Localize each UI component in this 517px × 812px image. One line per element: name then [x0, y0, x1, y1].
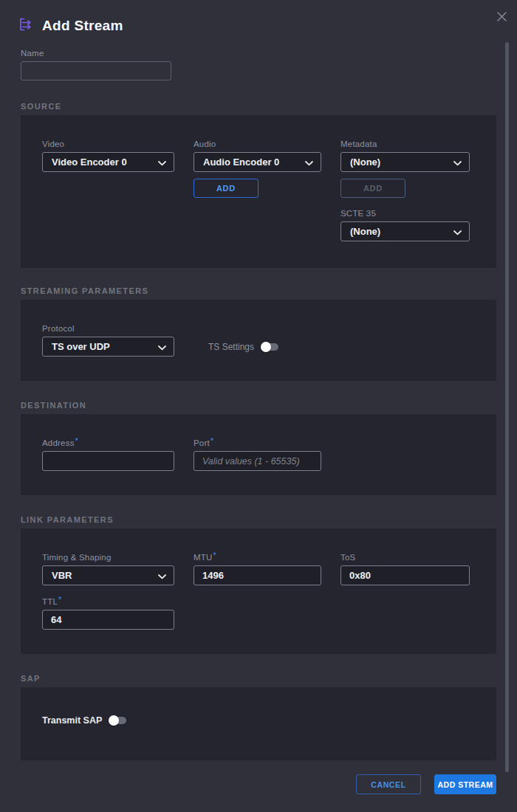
scte35-label: SCTE 35	[340, 209, 470, 219]
protocol-label: Protocol	[42, 324, 174, 334]
port-label: Port	[194, 438, 210, 447]
video-select-value: Video Encoder 0	[52, 156, 127, 168]
scte35-field-group: SCTE 35 (None)	[340, 209, 470, 241]
protocol-field-group: Protocol TS over UDP	[42, 324, 174, 357]
audio-label: Audio	[194, 140, 321, 149]
address-field-group: Address*	[42, 438, 174, 471]
chevron-down-icon	[453, 156, 462, 169]
dialog-title: Add Stream	[42, 18, 123, 34]
sap-heading: SAP	[21, 673, 496, 684]
chevron-down-icon	[158, 569, 166, 582]
port-input[interactable]	[194, 451, 321, 471]
add-metadata-button-disabled[interactable]: ADD	[340, 179, 405, 198]
scte35-select-value: (None)	[350, 226, 380, 237]
chevron-down-icon	[158, 340, 166, 354]
chevron-down-icon	[305, 156, 313, 169]
name-field-group: Name	[21, 49, 171, 80]
protocol-select[interactable]: TS over UDP	[42, 337, 174, 357]
ttl-field-group: TTL*	[42, 597, 174, 630]
metadata-label: Metadata	[340, 140, 470, 149]
port-field-group: Port*	[194, 438, 321, 471]
transmit-sap-toggle[interactable]	[109, 717, 126, 724]
tos-label: ToS	[340, 553, 470, 562]
timing-shaping-field-group: Timing & Shaping VBR	[42, 553, 174, 585]
metadata-field-group: Metadata (None)	[340, 140, 470, 172]
address-input[interactable]	[42, 451, 174, 471]
link-parameters-heading: LINK PARAMETERS	[21, 515, 496, 525]
ts-settings-toggle[interactable]	[261, 343, 278, 351]
required-asterisk: *	[75, 436, 78, 445]
timing-shaping-select[interactable]: VBR	[42, 565, 174, 585]
ttl-input[interactable]	[42, 610, 174, 630]
audio-select-value: Audio Encoder 0	[203, 156, 279, 168]
chevron-down-icon	[453, 225, 462, 238]
address-label: Address	[42, 438, 75, 447]
transmit-sap-label: Transmit SAP	[42, 715, 102, 726]
streaming-parameters-heading: STREAMING PARAMETERS	[21, 286, 496, 296]
video-select[interactable]: Video Encoder 0	[42, 152, 174, 172]
mtu-field-group: MTU*	[194, 553, 321, 585]
add-stream-button[interactable]: ADD STREAM	[434, 774, 496, 794]
link-parameters-panel: Timing & Shaping VBR MTU* ToS TTL	[21, 529, 496, 654]
required-asterisk: *	[210, 436, 213, 445]
name-label: Name	[21, 49, 171, 58]
sap-panel: Transmit SAP	[21, 687, 496, 760]
protocol-select-value: TS over UDP	[52, 341, 110, 352]
add-audio-button[interactable]: ADD	[194, 179, 258, 198]
mtu-label: MTU	[194, 553, 213, 562]
close-icon[interactable]	[494, 9, 510, 24]
add-stream-dialog: Add Stream Name SOURCE Video Video Encod…	[0, 0, 517, 812]
destination-panel: Address* Port*	[21, 414, 496, 495]
required-asterisk: *	[58, 595, 61, 604]
source-heading: SOURCE	[21, 101, 496, 111]
stream-out-icon	[18, 16, 34, 35]
toggle-knob	[261, 342, 271, 352]
ttl-label: TTL	[42, 597, 58, 606]
dialog-footer: CANCEL ADD STREAM	[356, 774, 496, 794]
timing-shaping-select-value: VBR	[52, 570, 72, 581]
metadata-select-value: (None)	[350, 156, 380, 168]
scrollbar-thumb[interactable]	[505, 42, 509, 772]
audio-field-group: Audio Audio Encoder 0	[194, 140, 321, 172]
transmit-sap-toggle-row: Transmit SAP	[42, 715, 475, 726]
destination-section: DESTINATION Address* Port*	[21, 400, 496, 495]
audio-select[interactable]: Audio Encoder 0	[194, 152, 321, 172]
link-parameters-section: LINK PARAMETERS Timing & Shaping VBR MTU…	[21, 515, 496, 654]
cancel-button[interactable]: CANCEL	[356, 774, 421, 794]
required-asterisk: *	[213, 551, 216, 560]
name-input[interactable]	[21, 61, 171, 80]
dialog-header: Add Stream	[18, 17, 123, 35]
toggle-knob	[109, 715, 119, 726]
scte35-select[interactable]: (None)	[340, 221, 470, 241]
destination-heading: DESTINATION	[21, 400, 496, 410]
tos-field-group: ToS	[340, 553, 470, 585]
metadata-select[interactable]: (None)	[340, 152, 470, 172]
mtu-input[interactable]	[194, 565, 321, 585]
timing-shaping-label: Timing & Shaping	[42, 553, 174, 562]
ts-settings-label: TS Settings	[208, 342, 254, 352]
video-field-group: Video Video Encoder 0	[42, 140, 174, 172]
source-panel: Video Video Encoder 0 Audio Audio Encode…	[21, 115, 496, 268]
streaming-parameters-panel: Protocol TS over UDP TS Settings	[21, 300, 496, 381]
streaming-parameters-section: STREAMING PARAMETERS Protocol TS over UD…	[21, 286, 496, 381]
chevron-down-icon	[158, 156, 166, 169]
video-label: Video	[42, 140, 174, 149]
source-section: SOURCE Video Video Encoder 0 Audio Audio…	[21, 101, 496, 268]
sap-section: SAP Transmit SAP	[21, 673, 496, 760]
tos-input[interactable]	[340, 565, 470, 585]
ts-settings-toggle-row: TS Settings	[194, 337, 321, 357]
